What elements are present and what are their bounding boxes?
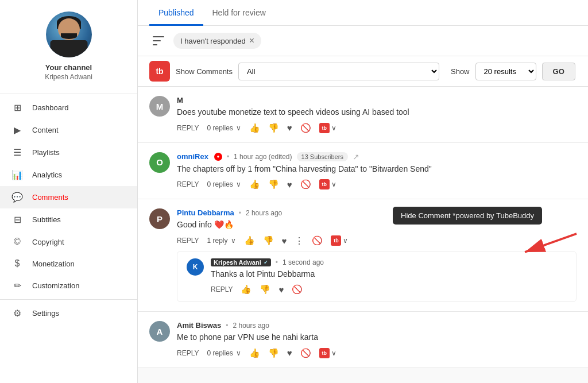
comment-content-4: Amit Biswas • 2 hours ago Me to phone pa… xyxy=(177,321,577,358)
hide-icon-4[interactable]: 🚫 xyxy=(300,348,311,358)
comment-row-4: A Amit Biswas • 2 hours ago Me to phone … xyxy=(149,321,577,358)
sidebar-item-analytics[interactable]: 📊 Analytics xyxy=(0,164,137,186)
sidebar-item-comments[interactable]: 💬 Comments xyxy=(0,186,137,208)
like-icon-2[interactable]: 👍 xyxy=(249,179,260,189)
comment-block-1: M M Does youtube monetize text to speech… xyxy=(138,87,588,143)
share-icon-2: ↗ xyxy=(353,152,359,161)
avatar-p: P xyxy=(149,208,170,229)
reply-like-icon[interactable]: 👍 xyxy=(241,284,252,295)
sidebar-item-subtitles[interactable]: ⊟ Subtitles xyxy=(0,208,137,231)
show-comments-select[interactable]: All Questions Unanswered xyxy=(238,63,439,80)
tubebuddy-bar: tb Show Comments All Questions Unanswere… xyxy=(138,56,588,87)
sidebar-label-subtitles: Subtitles xyxy=(32,215,61,224)
reply-button-4[interactable]: REPLY xyxy=(177,349,199,357)
sidebar-item-content[interactable]: ▶ Content xyxy=(0,119,137,141)
heart-icon-4[interactable]: ♥ xyxy=(287,348,292,358)
tubebuddy-logo: tb xyxy=(149,61,170,82)
reply-button-3[interactable]: REPLY xyxy=(177,237,199,245)
comment-author-3[interactable]: Pintu Debbarma xyxy=(177,208,234,217)
filter-icon xyxy=(153,36,164,45)
avatar-m: M xyxy=(149,96,170,117)
comment-block-2: O omniRex ● • 1 hour ago (edited) 13 Sub… xyxy=(138,143,588,200)
like-icon-4[interactable]: 👍 xyxy=(249,348,260,358)
hide-icon-3[interactable]: 🚫 xyxy=(312,235,323,246)
sidebar-label-content: Content xyxy=(32,126,59,134)
sidebar-item-settings[interactable]: ⚙ Settings xyxy=(0,302,137,324)
channel-name: Your channel xyxy=(45,63,92,72)
reply-reply-button[interactable]: REPLY xyxy=(211,285,233,293)
reply-button-1[interactable]: REPLY xyxy=(177,124,199,132)
filter-chip-close-button[interactable]: × xyxy=(249,36,254,46)
subscriber-badge-2: 13 Subscribers xyxy=(297,152,348,161)
sidebar-label-monetization: Monetization xyxy=(32,260,75,268)
svg-rect-2 xyxy=(153,44,157,45)
filter-bar: I haven't responded × xyxy=(138,26,588,56)
monetization-icon: $ xyxy=(11,258,23,269)
tab-published[interactable]: Published xyxy=(149,0,203,26)
go-button[interactable]: GO xyxy=(542,63,575,80)
sidebar: Your channel Kripesh Adwani ⊞ Dashboard … xyxy=(0,0,138,383)
reply-dot: • xyxy=(276,258,278,266)
reply-avatar-kripesh: K xyxy=(187,258,204,276)
sidebar-item-copyright[interactable]: © Copyright xyxy=(0,231,137,253)
comment-content-1: M Does youtube monetize text to speech v… xyxy=(177,96,577,133)
sidebar-item-playlists[interactable]: ☰ Playlists xyxy=(0,141,137,164)
subtitles-icon: ⊟ xyxy=(11,214,23,225)
comment-author-4[interactable]: Amit Biswas xyxy=(177,321,221,330)
replies-toggle-1[interactable]: 0 replies ∨ xyxy=(207,124,241,132)
filter-chip-responded[interactable]: I haven't responded × xyxy=(173,33,261,49)
sidebar-divider xyxy=(0,94,137,94)
chevron-down-icon-1: ∨ xyxy=(236,124,241,132)
channel-handle: Kripesh Adwani xyxy=(45,73,92,81)
svg-rect-1 xyxy=(153,40,161,41)
heart-icon-1[interactable]: ♥ xyxy=(287,123,292,133)
settings-icon: ⚙ xyxy=(11,308,23,319)
comment-author-1[interactable]: M xyxy=(177,96,183,105)
tubebuddy-action-4[interactable]: tb ∨ xyxy=(319,348,336,358)
reply-heart-icon[interactable]: ♥ xyxy=(278,285,284,295)
tubebuddy-action-2[interactable]: tb ∨ xyxy=(319,179,336,189)
comment-author-2[interactable]: omniRex xyxy=(177,152,208,161)
replies-toggle-3[interactable]: 1 reply ∨ xyxy=(207,237,235,245)
show-label: Show xyxy=(451,67,470,76)
show-comments-label: Show Comments xyxy=(176,67,233,76)
sidebar-item-customization[interactable]: ✏ Customization xyxy=(0,274,137,297)
more-options-icon-3[interactable]: ⋮ xyxy=(295,235,304,246)
main-content: Published Held for review I haven't resp… xyxy=(138,0,588,383)
comment-actions-4: REPLY 0 replies ∨ 👍 👎 ♥ 🚫 tb ∨ xyxy=(177,348,577,358)
dislike-icon-4[interactable]: 👎 xyxy=(268,348,279,358)
sidebar-item-dashboard[interactable]: ⊞ Dashboard xyxy=(0,96,137,119)
dislike-icon-3[interactable]: 👎 xyxy=(263,235,274,246)
reply-hide-icon[interactable]: 🚫 xyxy=(292,284,303,295)
like-icon-1[interactable]: 👍 xyxy=(249,123,260,133)
replies-toggle-4[interactable]: 0 replies ∨ xyxy=(207,349,241,357)
filter-button[interactable] xyxy=(149,32,168,50)
tb-mini-logo-3: tb xyxy=(331,235,341,246)
tab-held-for-review[interactable]: Held for review xyxy=(203,0,275,26)
dislike-icon-1[interactable]: 👎 xyxy=(268,123,279,133)
heart-icon-2[interactable]: ♥ xyxy=(287,180,292,189)
replies-toggle-2[interactable]: 0 replies ∨ xyxy=(207,180,241,188)
reply-dislike-icon[interactable]: 👎 xyxy=(260,284,270,295)
comment-block-4: A Amit Biswas • 2 hours ago Me to phone … xyxy=(138,312,588,368)
avatar-o: O xyxy=(149,152,170,173)
like-icon-3[interactable]: 👍 xyxy=(244,235,255,246)
heart-icon-3[interactable]: ♥ xyxy=(282,236,287,246)
sidebar-label-settings: Settings xyxy=(32,309,59,318)
tb-chevron-2: ∨ xyxy=(331,180,336,188)
dislike-icon-2[interactable]: 👎 xyxy=(268,179,279,189)
tb-mini-logo-4: tb xyxy=(319,348,330,358)
tubebuddy-action-1[interactable]: tb ∨ xyxy=(319,123,336,133)
hide-icon-1[interactable]: 🚫 xyxy=(300,123,311,133)
reply-count-2: 0 replies xyxy=(207,180,233,188)
comment-row-2: O omniRex ● • 1 hour ago (edited) 13 Sub… xyxy=(149,152,577,190)
comment-header-2: omniRex ● • 1 hour ago (edited) 13 Subsc… xyxy=(177,152,577,161)
tubebuddy-action-3[interactable]: tb ∨ xyxy=(331,235,348,246)
svg-line-4 xyxy=(525,234,577,252)
hide-icon-2[interactable]: 🚫 xyxy=(300,179,311,189)
reply-count-4: 0 replies xyxy=(207,349,233,357)
results-count-select[interactable]: 20 results 50 results 100 results xyxy=(475,63,536,80)
reply-button-2[interactable]: REPLY xyxy=(177,180,199,188)
comment-time-2: 1 hour ago (edited) xyxy=(234,153,292,161)
sidebar-item-monetization[interactable]: $ Monetization xyxy=(0,253,137,274)
